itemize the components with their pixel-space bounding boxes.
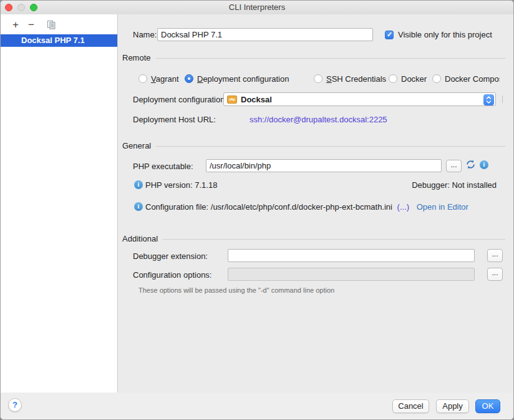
additional-section-header: Additional (122, 234, 505, 243)
deployment-configuration-value: Docksal (241, 95, 272, 104)
remove-interpreter-button[interactable]: − (26, 19, 37, 30)
open-in-editor-link[interactable]: Open in Editor (417, 202, 468, 212)
plus-icon: + (12, 19, 19, 30)
interpreter-list: Docksal PHP 7.1 (1, 34, 117, 47)
visible-only-label: Visible only for this project (398, 30, 492, 39)
deployment-host-url-label: Deployment Host URL: (133, 115, 216, 124)
label-text: Docker Compose (445, 74, 500, 84)
chevron-up-down-icon[interactable] (483, 94, 494, 105)
interpreter-name: Docksal PHP 7.1 (21, 36, 85, 45)
remote-section-header: Remote (122, 53, 505, 62)
radio-vagrant-label[interactable]: Vagrant (151, 74, 179, 84)
titlebar[interactable]: CLI Interpreters (1, 1, 513, 15)
question-mark-icon: ? (12, 400, 17, 409)
deployment-configuration-label: Deployment configuration: (133, 95, 227, 104)
ok-button[interactable]: OK (475, 399, 500, 413)
php-executable-label: PHP executable: (133, 162, 193, 171)
browse-php-executable-button[interactable]: ... (446, 160, 462, 172)
radio-vagrant[interactable] (138, 74, 147, 83)
sftp-server-icon: sftp (227, 95, 237, 104)
php-version-text: PHP version: 7.1.18 (145, 180, 217, 190)
configuration-file-row: Configuration file: /usr/local/etc/php/c… (145, 202, 468, 212)
configuration-options-label: Configuration options: (133, 270, 211, 280)
browse-configuration-options-button[interactable]: ... (487, 268, 503, 281)
configuration-options-note: These options will be passed using the "… (138, 286, 334, 294)
section-divider (163, 239, 505, 240)
name-label: Name: (133, 30, 157, 39)
window-title: CLI Interpreters (1, 2, 513, 12)
configuration-file-text: Configuration file: /usr/local/etc/php/c… (145, 202, 392, 212)
copy-interpreter-button[interactable] (46, 19, 57, 30)
php-executable-input[interactable] (206, 159, 442, 172)
mnemonic: V (151, 74, 156, 84)
interpreter-list-item-selected[interactable]: Docksal PHP 7.1 (1, 34, 117, 47)
info-icon: i (134, 180, 143, 189)
cli-interpreters-dialog: CLI Interpreters + − (0, 0, 514, 420)
remote-section-label: Remote (122, 53, 151, 62)
help-button[interactable]: ? (8, 398, 22, 412)
visible-only-checkbox[interactable] (385, 31, 394, 39)
radio-deployment-configuration[interactable] (185, 74, 193, 83)
configuration-file-more-link[interactable]: (...) (397, 202, 410, 212)
radio-docker-label[interactable]: Docker (401, 74, 427, 84)
reload-phpinfo-button[interactable] (465, 159, 476, 172)
radio-docker[interactable] (389, 74, 397, 83)
apply-button[interactable]: Apply (436, 399, 469, 413)
cancel-button[interactable]: Cancel (392, 399, 429, 413)
additional-section-label: Additional (122, 234, 158, 243)
interpreters-sidebar: + − Docksal PHP 7.1 (1, 14, 118, 394)
refresh-icon (465, 159, 476, 170)
debugger-extension-label: Debugger extension: (133, 252, 208, 261)
sidebar-toolbar: + − (1, 14, 117, 34)
general-section-label: General (122, 141, 151, 150)
copy-icon (47, 20, 56, 29)
debugger-status-text: Debugger: Not installed (412, 180, 497, 190)
radio-ssh-credentials[interactable] (314, 74, 322, 83)
deployment-configuration-select[interactable]: sftp Docksal (223, 92, 496, 106)
label-text: agrant (156, 74, 179, 84)
section-divider (156, 58, 505, 59)
name-input[interactable] (157, 28, 373, 41)
general-section-header: General (122, 141, 505, 150)
radio-ssh-credentials-label[interactable]: SSH Credentials (326, 74, 386, 84)
info-icon[interactable]: i (480, 160, 488, 169)
radio-docker-compose[interactable] (432, 74, 441, 83)
label-text: eployment configuration (203, 74, 289, 84)
deployment-host-url-value: ssh://docker@drupaltest.docksal:2225 (250, 115, 387, 124)
section-divider (156, 146, 505, 147)
dialog-footer: ? Cancel Apply OK (1, 393, 513, 419)
dialog-body: + − Docksal PHP 7.1 (1, 14, 513, 394)
radio-deployment-configuration-label[interactable]: Deployment configuration (197, 74, 289, 84)
interpreter-settings-panel: Name: Visible only for this project Remo… (118, 14, 513, 394)
configuration-options-input (228, 268, 475, 281)
mnemonic: S (326, 74, 332, 84)
combo-divider (502, 95, 503, 103)
radio-docker-compose-label[interactable]: Docker Compose (445, 74, 500, 84)
add-interpreter-button[interactable]: + (10, 19, 21, 30)
minus-icon: − (28, 19, 34, 30)
info-icon: i (134, 202, 143, 211)
mnemonic: D (197, 74, 203, 84)
label-text: SH Credentials (332, 74, 386, 84)
label-text: Docker (401, 74, 427, 84)
debugger-extension-input[interactable] (228, 249, 475, 262)
browse-debugger-extension-button[interactable]: ... (487, 249, 503, 262)
